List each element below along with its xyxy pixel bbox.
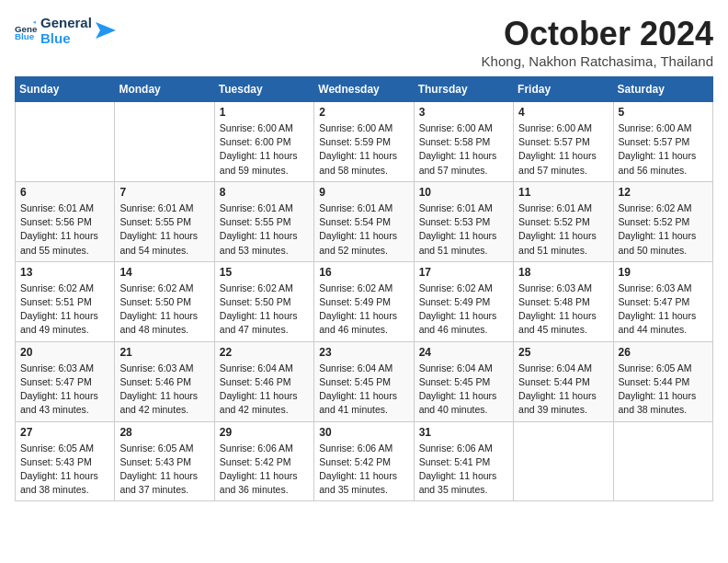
- day-number: 17: [419, 266, 508, 279]
- day-info: Sunrise: 6:06 AMSunset: 5:42 PMDaylight:…: [220, 442, 309, 498]
- day-info: Sunrise: 6:05 AMSunset: 5:43 PMDaylight:…: [119, 442, 209, 498]
- day-info: Sunrise: 6:06 AMSunset: 5:41 PMDaylight:…: [419, 442, 508, 498]
- logo: General Blue General Blue: [15, 15, 116, 47]
- day-info: Sunrise: 6:02 AMSunset: 5:49 PMDaylight:…: [319, 282, 408, 338]
- day-info: Sunrise: 6:03 AMSunset: 5:47 PMDaylight:…: [20, 362, 109, 418]
- day-number: 4: [518, 106, 608, 119]
- day-info: Sunrise: 6:04 AMSunset: 5:46 PMDaylight:…: [220, 362, 309, 418]
- calendar-cell: [115, 102, 214, 182]
- day-info: Sunrise: 6:00 AMSunset: 6:00 PMDaylight:…: [220, 121, 309, 178]
- day-number: 10: [419, 186, 508, 199]
- logo-line1: General: [40, 15, 92, 30]
- day-number: 25: [518, 346, 608, 359]
- calendar-cell: 7Sunrise: 6:01 AMSunset: 5:55 PMDaylight…: [115, 181, 214, 261]
- day-number: 6: [20, 186, 109, 199]
- day-info: Sunrise: 6:04 AMSunset: 5:45 PMDaylight:…: [319, 362, 408, 418]
- day-number: 11: [518, 186, 608, 199]
- calendar-table: SundayMondayTuesdayWednesdayThursdayFrid…: [15, 76, 713, 501]
- day-number: 22: [220, 346, 309, 359]
- calendar-cell: 18Sunrise: 6:03 AMSunset: 5:48 PMDayligh…: [514, 261, 613, 341]
- weekday-header-saturday: Saturday: [613, 77, 712, 102]
- day-number: 8: [220, 186, 309, 199]
- month-title: October 2024: [482, 15, 713, 53]
- day-number: 14: [119, 266, 209, 279]
- logo-arrow-icon: [96, 22, 116, 39]
- calendar-cell: 12Sunrise: 6:02 AMSunset: 5:52 PMDayligh…: [613, 181, 712, 261]
- day-info: Sunrise: 6:04 AMSunset: 5:44 PMDaylight:…: [518, 362, 608, 418]
- day-number: 9: [319, 186, 408, 199]
- day-info: Sunrise: 6:00 AMSunset: 5:58 PMDaylight:…: [419, 121, 508, 178]
- calendar-week-row: 27Sunrise: 6:05 AMSunset: 5:43 PMDayligh…: [16, 421, 713, 501]
- day-info: Sunrise: 6:03 AMSunset: 5:48 PMDaylight:…: [518, 282, 608, 338]
- calendar-cell: 6Sunrise: 6:01 AMSunset: 5:56 PMDaylight…: [16, 181, 115, 261]
- calendar-cell: 10Sunrise: 6:01 AMSunset: 5:53 PMDayligh…: [414, 181, 513, 261]
- calendar-cell: 24Sunrise: 6:04 AMSunset: 5:45 PMDayligh…: [414, 341, 513, 421]
- day-number: 18: [518, 266, 608, 279]
- calendar-week-row: 6Sunrise: 6:01 AMSunset: 5:56 PMDaylight…: [16, 181, 713, 261]
- day-info: Sunrise: 6:03 AMSunset: 5:46 PMDaylight:…: [119, 362, 209, 418]
- day-number: 31: [419, 426, 508, 439]
- day-info: Sunrise: 6:01 AMSunset: 5:55 PMDaylight:…: [119, 201, 209, 258]
- day-info: Sunrise: 6:00 AMSunset: 5:59 PMDaylight:…: [319, 121, 408, 178]
- logo-line2: Blue: [40, 30, 92, 46]
- calendar-cell: [16, 102, 115, 182]
- day-info: Sunrise: 6:01 AMSunset: 5:54 PMDaylight:…: [319, 201, 408, 258]
- calendar-week-row: 1Sunrise: 6:00 AMSunset: 6:00 PMDaylight…: [16, 102, 713, 182]
- calendar-cell: 30Sunrise: 6:06 AMSunset: 5:42 PMDayligh…: [314, 421, 414, 501]
- day-info: Sunrise: 6:02 AMSunset: 5:52 PMDaylight:…: [619, 201, 708, 258]
- day-number: 12: [619, 186, 708, 199]
- day-info: Sunrise: 6:05 AMSunset: 5:43 PMDaylight:…: [20, 442, 109, 498]
- calendar-cell: 17Sunrise: 6:02 AMSunset: 5:49 PMDayligh…: [414, 261, 513, 341]
- day-number: 19: [619, 266, 708, 279]
- day-info: Sunrise: 6:01 AMSunset: 5:56 PMDaylight:…: [20, 201, 109, 258]
- day-number: 26: [619, 346, 708, 359]
- calendar-cell: 28Sunrise: 6:05 AMSunset: 5:43 PMDayligh…: [115, 421, 214, 501]
- calendar-cell: 1Sunrise: 6:00 AMSunset: 6:00 PMDaylight…: [214, 102, 313, 182]
- calendar-cell: 27Sunrise: 6:05 AMSunset: 5:43 PMDayligh…: [16, 421, 115, 501]
- calendar-cell: 15Sunrise: 6:02 AMSunset: 5:50 PMDayligh…: [214, 261, 313, 341]
- day-info: Sunrise: 6:02 AMSunset: 5:49 PMDaylight:…: [419, 282, 508, 338]
- calendar-cell: 16Sunrise: 6:02 AMSunset: 5:49 PMDayligh…: [314, 261, 414, 341]
- weekday-header-wednesday: Wednesday: [314, 77, 414, 102]
- calendar-cell: 26Sunrise: 6:05 AMSunset: 5:44 PMDayligh…: [613, 341, 712, 421]
- day-info: Sunrise: 6:02 AMSunset: 5:51 PMDaylight:…: [20, 282, 109, 338]
- day-number: 13: [20, 266, 109, 279]
- day-number: 28: [119, 426, 209, 439]
- calendar-cell: 21Sunrise: 6:03 AMSunset: 5:46 PMDayligh…: [115, 341, 214, 421]
- day-info: Sunrise: 6:05 AMSunset: 5:44 PMDaylight:…: [619, 362, 708, 418]
- calendar-cell: 2Sunrise: 6:00 AMSunset: 5:59 PMDaylight…: [314, 102, 414, 182]
- day-number: 5: [619, 106, 708, 119]
- svg-text:Blue: Blue: [15, 31, 35, 41]
- day-info: Sunrise: 6:06 AMSunset: 5:42 PMDaylight:…: [319, 442, 408, 498]
- day-number: 27: [20, 426, 109, 439]
- day-info: Sunrise: 6:01 AMSunset: 5:55 PMDaylight:…: [220, 201, 309, 258]
- day-number: 21: [119, 346, 209, 359]
- weekday-header-friday: Friday: [514, 77, 613, 102]
- title-block: October 2024 Khong, Nakhon Ratchasima, T…: [482, 15, 713, 69]
- svg-marker-3: [96, 22, 116, 39]
- day-number: 3: [419, 106, 508, 119]
- day-info: Sunrise: 6:03 AMSunset: 5:47 PMDaylight:…: [619, 282, 708, 338]
- day-info: Sunrise: 6:01 AMSunset: 5:52 PMDaylight:…: [518, 201, 608, 258]
- day-info: Sunrise: 6:00 AMSunset: 5:57 PMDaylight:…: [518, 121, 608, 178]
- calendar-cell: [613, 421, 712, 501]
- weekday-header-tuesday: Tuesday: [214, 77, 313, 102]
- location: Khong, Nakhon Ratchasima, Thailand: [482, 53, 713, 69]
- day-number: 7: [119, 186, 209, 199]
- day-number: 30: [319, 426, 408, 439]
- calendar-cell: 23Sunrise: 6:04 AMSunset: 5:45 PMDayligh…: [314, 341, 414, 421]
- calendar-cell: 8Sunrise: 6:01 AMSunset: 5:55 PMDaylight…: [214, 181, 313, 261]
- calendar-cell: 14Sunrise: 6:02 AMSunset: 5:50 PMDayligh…: [115, 261, 214, 341]
- calendar-cell: 11Sunrise: 6:01 AMSunset: 5:52 PMDayligh…: [514, 181, 613, 261]
- calendar-cell: 22Sunrise: 6:04 AMSunset: 5:46 PMDayligh…: [214, 341, 313, 421]
- day-number: 1: [220, 106, 309, 119]
- calendar-cell: 13Sunrise: 6:02 AMSunset: 5:51 PMDayligh…: [16, 261, 115, 341]
- weekday-header-monday: Monday: [115, 77, 214, 102]
- calendar-cell: 20Sunrise: 6:03 AMSunset: 5:47 PMDayligh…: [16, 341, 115, 421]
- day-number: 23: [319, 346, 408, 359]
- day-info: Sunrise: 6:04 AMSunset: 5:45 PMDaylight:…: [419, 362, 508, 418]
- day-number: 24: [419, 346, 508, 359]
- calendar-cell: 19Sunrise: 6:03 AMSunset: 5:47 PMDayligh…: [613, 261, 712, 341]
- day-number: 15: [220, 266, 309, 279]
- day-number: 2: [319, 106, 408, 119]
